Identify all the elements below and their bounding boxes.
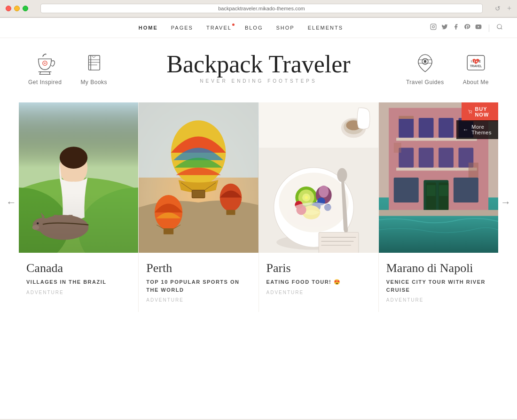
svg-rect-74 xyxy=(399,116,414,119)
card-image-perth xyxy=(139,102,258,253)
prev-arrow[interactable]: ← xyxy=(2,193,20,212)
card-body-paris: Paris EATING FOOD TOUR! 😍 ADVENTURE xyxy=(259,253,378,295)
svg-rect-42 xyxy=(227,210,235,215)
svg-point-25 xyxy=(39,215,88,240)
card-category-marano: ADVENTURE xyxy=(386,297,491,303)
card-category-perth: ADVENTURE xyxy=(146,297,251,303)
svg-rect-80 xyxy=(436,138,457,140)
svg-rect-38 xyxy=(164,228,173,234)
travel-guides-label: Travel Guides xyxy=(406,79,444,86)
cards-container: Canada VILLAGES IN THE BRAZIL ADVENTURE xyxy=(19,102,498,312)
svg-rect-78 xyxy=(396,138,417,140)
svg-point-24 xyxy=(60,147,87,169)
svg-text:TRAVEL: TRAVEL xyxy=(470,64,482,68)
svg-rect-79 xyxy=(416,138,437,140)
svg-rect-97 xyxy=(394,143,401,153)
website-content: HOME PAGES TRAVEL BLOG SHOP ELEMENTS xyxy=(0,18,517,419)
card-perth: Perth TOP 10 POPULAR SPORTS ON THE WORLD… xyxy=(139,102,258,312)
get-inspired-label: Get Inspired xyxy=(28,79,62,86)
get-inspired-icon-item[interactable]: Get Inspired xyxy=(28,50,62,86)
svg-rect-0 xyxy=(431,24,436,30)
nav-travel[interactable]: TRAVEL xyxy=(206,25,232,31)
svg-rect-83 xyxy=(419,148,434,167)
travel-guides-icon xyxy=(412,50,438,76)
card-canada: Canada VILLAGES IN THE BRAZIL ADVENTURE xyxy=(19,102,139,312)
my-books-icon-item[interactable]: My Books xyxy=(80,50,107,86)
pinterest-icon[interactable] xyxy=(464,23,470,32)
twitter-icon[interactable] xyxy=(441,23,448,32)
site-header: Get Inspired My Books Ba xyxy=(0,38,517,93)
card-paris: Paris EATING FOOD TOUR! 😍 ADVENTURE xyxy=(259,102,379,312)
card-body-marano: Marano di Napoli VENICE CITY TOUR WITH R… xyxy=(379,253,498,303)
nav-shop[interactable]: SHOP xyxy=(276,25,294,31)
svg-point-51 xyxy=(305,196,307,199)
my-books-label: My Books xyxy=(80,79,107,86)
search-icon[interactable] xyxy=(496,23,503,32)
card-category-canada: ADVENTURE xyxy=(26,290,131,295)
card-category-paris: ADVENTURE xyxy=(266,290,371,295)
buy-now-button[interactable]: BUY NOW xyxy=(462,102,498,121)
cart-icon xyxy=(468,109,472,115)
nav-home[interactable]: HOME xyxy=(139,25,158,31)
card-body-perth: Perth TOP 10 POPULAR SPORTS ON THE WORLD… xyxy=(139,253,258,303)
logo-subtitle: NEVER ENDING FOOTSTEPS xyxy=(166,78,350,84)
svg-rect-73 xyxy=(399,118,414,138)
svg-point-70 xyxy=(471,113,472,114)
svg-rect-84 xyxy=(439,148,454,167)
svg-rect-95 xyxy=(394,178,419,202)
card-title-paris: EATING FOOD TOUR! 😍 xyxy=(266,278,371,286)
more-themes-button[interactable]: ← More Themes xyxy=(456,120,498,139)
arrow-icon: ← xyxy=(463,126,469,133)
card-title-marano: VENICE CITY TOUR WITH RIVER CRUISE xyxy=(386,278,491,294)
browser-actions: ↺ xyxy=(495,5,501,13)
main-navigation: HOME PAGES TRAVEL BLOG SHOP ELEMENTS xyxy=(0,18,517,38)
svg-point-1 xyxy=(432,26,434,28)
about-me-icon: I LOVE TRAVEL I ♥ xyxy=(463,50,489,76)
header-icons-left: Get Inspired My Books xyxy=(28,50,107,86)
about-me-icon-item[interactable]: I LOVE TRAVEL I ♥ About Me xyxy=(463,50,489,86)
svg-rect-76 xyxy=(439,118,454,138)
reload-button[interactable]: ↺ xyxy=(495,5,501,13)
svg-line-5 xyxy=(501,28,502,30)
svg-rect-86 xyxy=(396,168,417,171)
card-location-canada: Canada xyxy=(26,261,131,275)
card-title-canada: VILLAGES IN THE BRAZIL xyxy=(26,278,131,286)
svg-rect-75 xyxy=(419,118,434,138)
next-arrow[interactable]: → xyxy=(497,193,515,212)
browser-titlebar: backpacktraveler.mikado-themes.com ↺ + xyxy=(0,0,517,17)
card-location-paris: Paris xyxy=(266,261,371,275)
svg-point-4 xyxy=(497,24,501,29)
about-me-label: About Me xyxy=(463,79,489,86)
svg-point-69 xyxy=(470,113,470,114)
svg-rect-96 xyxy=(454,178,478,202)
svg-text:I ♥: I ♥ xyxy=(474,60,478,63)
svg-point-53 xyxy=(319,186,329,197)
facebook-icon[interactable] xyxy=(453,23,459,32)
svg-rect-65 xyxy=(319,233,359,253)
close-button[interactable] xyxy=(6,6,11,11)
svg-point-28 xyxy=(33,218,53,232)
nav-elements[interactable]: ELEMENTS xyxy=(308,25,343,31)
nav-blog[interactable]: BLOG xyxy=(245,25,263,31)
svg-point-13 xyxy=(424,60,427,63)
card-location-perth: Perth xyxy=(146,261,251,275)
new-tab-button[interactable]: + xyxy=(507,4,511,13)
get-inspired-icon xyxy=(32,50,58,76)
minimize-button[interactable] xyxy=(14,6,20,11)
svg-point-20 xyxy=(19,187,69,253)
instagram-icon[interactable] xyxy=(430,23,437,32)
svg-rect-87 xyxy=(416,168,437,171)
card-image-paris xyxy=(259,102,378,253)
svg-rect-34 xyxy=(192,190,205,198)
card-marano: BUY NOW ← More Themes xyxy=(379,102,498,312)
travel-guides-icon-item[interactable]: Travel Guides xyxy=(406,50,444,86)
svg-rect-7 xyxy=(89,55,100,70)
nav-pages[interactable]: PAGES xyxy=(171,25,193,31)
svg-rect-27 xyxy=(69,215,72,230)
maximize-button[interactable] xyxy=(23,6,28,11)
svg-rect-94 xyxy=(439,185,448,196)
url-bar[interactable]: backpacktraveler.mikado-themes.com xyxy=(40,4,483,13)
svg-point-61 xyxy=(337,168,347,182)
browser-chrome: backpacktraveler.mikado-themes.com ↺ + xyxy=(0,0,517,18)
youtube-icon[interactable] xyxy=(475,23,482,32)
